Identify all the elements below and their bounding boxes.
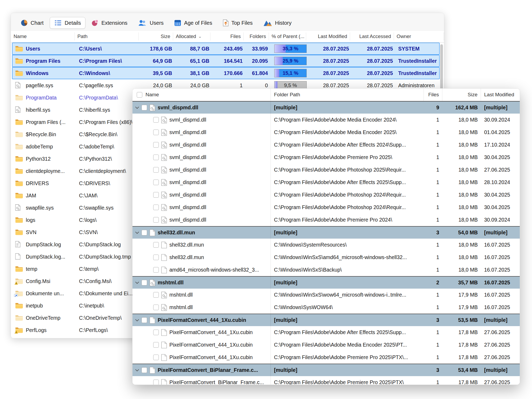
file-size: 18,0 MB	[442, 142, 481, 148]
tab-users[interactable]: Users	[134, 17, 168, 29]
group-files-text: 2	[436, 280, 439, 285]
select-all-checkbox[interactable]	[137, 92, 142, 98]
file-checkbox[interactable]	[153, 330, 159, 335]
column-header-name[interactable]: Name	[11, 32, 75, 40]
group-checkbox[interactable]	[142, 280, 147, 285]
dup-column-header-folder-path[interactable]: Folder Path	[271, 89, 424, 101]
duplicate-file-row[interactable]: amd64_microsoft-windows-shell32_3...C:\W…	[132, 264, 520, 276]
duplicate-file-row[interactable]: shell32.dll.munC:\Windows\WinSxS\amd64_m…	[132, 251, 520, 264]
group-files: 2	[424, 280, 442, 286]
row-icon-slot	[15, 217, 23, 223]
dup-column-header-name[interactable]: Name	[132, 89, 271, 101]
file-checkbox[interactable]	[153, 242, 159, 248]
file-checkbox[interactable]	[153, 192, 159, 198]
duplicate-file-row[interactable]: PixelFormatConvert_444_1Xu.cubinC:\Progr…	[132, 339, 520, 351]
path-cell-text: C:\DRIVERS\	[79, 180, 110, 186]
chevron-down-icon[interactable]	[135, 231, 139, 234]
group-checkbox[interactable]	[142, 367, 147, 373]
chevron-down-icon[interactable]	[135, 281, 139, 284]
name-cell: Python312	[13, 155, 76, 162]
tab-history[interactable]: History	[259, 17, 296, 29]
file-name: mshtml.dll	[169, 304, 193, 310]
column-header-last-accessed[interactable]: Last Accessed	[350, 32, 394, 40]
path-cell-text: C:\Python312\	[79, 156, 112, 162]
group-checkbox[interactable]	[142, 105, 147, 110]
row-name: OneDriveTemp	[26, 315, 60, 321]
chevron-down-icon[interactable]	[135, 106, 139, 109]
table-row[interactable]: WindowsC:\Windows\39,5 GB38,1 GB170.6666…	[12, 67, 440, 79]
tab-details[interactable]: Details	[50, 17, 85, 29]
file-checkbox[interactable]	[153, 155, 159, 160]
duplicate-group-row[interactable]: svml_dispmd.dll[multiple]9162,4 MB[multi…	[132, 101, 520, 114]
duplicate-file-row[interactable]: svml_dispmd.dllC:\Program Files\Adobe\Ad…	[132, 139, 520, 151]
file-checkbox[interactable]	[153, 305, 159, 310]
row-icon-slot	[15, 253, 23, 260]
column-header-path[interactable]: Path	[75, 32, 139, 40]
tab-extensions[interactable]: Extensions	[87, 17, 132, 29]
duplicate-file-row[interactable]: svml_dispmd.dllC:\Program Files\Adobe\Ad…	[132, 151, 520, 164]
file-checkbox[interactable]	[153, 255, 159, 260]
column-header-of-parent[interactable]: % of Parent (...	[269, 32, 306, 40]
duplicate-group-row[interactable]: shell32.dll.mun[multiple]354,0 MB[multip…	[132, 226, 520, 239]
duplicate-file-row[interactable]: svml_dispmd.dllC:\Program Files\Adobe\Ad…	[132, 126, 520, 139]
group-checkbox[interactable]	[142, 317, 147, 323]
file-checkbox[interactable]	[153, 342, 159, 348]
file-checkbox[interactable]	[153, 205, 159, 210]
column-header-files[interactable]: Files	[210, 32, 244, 40]
file-checkbox[interactable]	[153, 355, 159, 360]
duplicate-file-row[interactable]: svml_dispmd.dllC:\Program Files\Adobe\Ad…	[132, 176, 520, 189]
files-cell-text: 164.541	[224, 58, 243, 64]
tab-label: Extensions	[101, 20, 127, 26]
tab-chart[interactable]: Chart	[16, 17, 48, 29]
file-checkbox[interactable]	[153, 167, 159, 173]
group-size: 35,7 MB	[442, 280, 481, 286]
file-checkbox[interactable]	[153, 130, 159, 135]
table-row[interactable]: UsersC:\Users\178,6 GB88,7 GB243.49533.9…	[12, 43, 440, 55]
file-checkbox[interactable]	[153, 117, 159, 123]
path-cell: C:\DumpStack.log	[76, 242, 140, 248]
file-size: 18,0 MB	[442, 242, 481, 248]
file-checkbox[interactable]	[153, 267, 159, 273]
last-accessed-cell-text: 28.07.2025	[367, 46, 393, 52]
file-checkbox[interactable]	[153, 380, 159, 385]
duplicate-file-row[interactable]: PixelFormatConvert_444_1Xu.cubinC:\Progr…	[132, 326, 520, 339]
file-folder-path-text: C:\Windows\WinSxS\wow64_microsoft-window…	[274, 292, 406, 298]
group-checkbox[interactable]	[142, 230, 147, 235]
chevron-down-icon[interactable]	[135, 319, 139, 322]
percent-cell: 15,1 %	[271, 69, 308, 77]
duplicate-file-row[interactable]: svml_dispmd.dllC:\Program Files\Adobe\Ad…	[132, 214, 520, 226]
duplicate-file-row[interactable]: svml_dispmd.dllC:\Program Files\Adobe\Ad…	[132, 189, 520, 201]
duplicate-group-row[interactable]: PixelFormatConvert_444_1Xu.cubin[multipl…	[132, 314, 520, 326]
duplicate-file-row[interactable]: svml_dispmd.dllC:\Program Files\Adobe\Ad…	[132, 114, 520, 126]
chevron-down-icon[interactable]	[135, 369, 139, 372]
duplicate-file-row[interactable]: PixelFormatConvert_444_1Xu.cubinC:\Progr…	[132, 351, 520, 364]
dup-column-header-files[interactable]: Files	[424, 89, 442, 101]
dup-column-header-size[interactable]: Size	[442, 89, 481, 101]
file-checkbox[interactable]	[153, 142, 159, 148]
column-header-folders[interactable]: Folders	[244, 32, 269, 40]
duplicate-file-row[interactable]: mshtml.dllC:\Windows\WinSxS\wow64_micros…	[132, 289, 520, 301]
file-files: 1	[424, 129, 442, 135]
tab-top-files[interactable]: Top Files	[218, 17, 257, 29]
tab-age-of-files[interactable]: Age of Files	[170, 17, 217, 29]
file-checkbox[interactable]	[153, 292, 159, 298]
column-header-size[interactable]: Size	[139, 32, 173, 40]
column-header-owner[interactable]: Owner	[394, 32, 444, 40]
percent-label: 9,5 %	[284, 82, 297, 88]
column-header-last-modified[interactable]: Last Modified	[306, 32, 350, 40]
file-checkbox[interactable]	[153, 180, 159, 185]
file-size: 18,0 MB	[442, 167, 481, 173]
duplicate-file-row[interactable]: shell32.dll.munC:\Windows\SystemResource…	[132, 239, 520, 251]
duplicate-group-row[interactable]: PixelFormatConvert_BiPlanar_Frame.c...[m…	[132, 364, 520, 376]
file-checkbox[interactable]	[153, 217, 159, 223]
dup-column-header-last-modified[interactable]: Last Modified	[481, 89, 520, 101]
duplicate-file-row[interactable]: svml_dispmd.dllC:\Program Files\Adobe\Ad…	[132, 164, 520, 176]
row-icon-slot	[15, 278, 23, 285]
table-row[interactable]: Program FilesC:\Program Files\64,9 GB65,…	[12, 55, 440, 67]
column-header-allocated[interactable]: Allocated⌄	[173, 32, 210, 40]
file-icon	[161, 267, 167, 273]
duplicate-file-row[interactable]: PixelFormatConvert_BiPlanar_Frame.c...C:…	[132, 376, 520, 385]
duplicate-file-row[interactable]: mshtml.dllC:\Windows\SysWOW64\117,9 MB16…	[132, 301, 520, 314]
duplicate-group-row[interactable]: mshtml.dll[multiple]235,7 MB16.07.2025	[132, 276, 520, 289]
duplicate-file-row[interactable]: svml_dispmd.dllC:\Program Files\Adobe\Ad…	[132, 201, 520, 214]
